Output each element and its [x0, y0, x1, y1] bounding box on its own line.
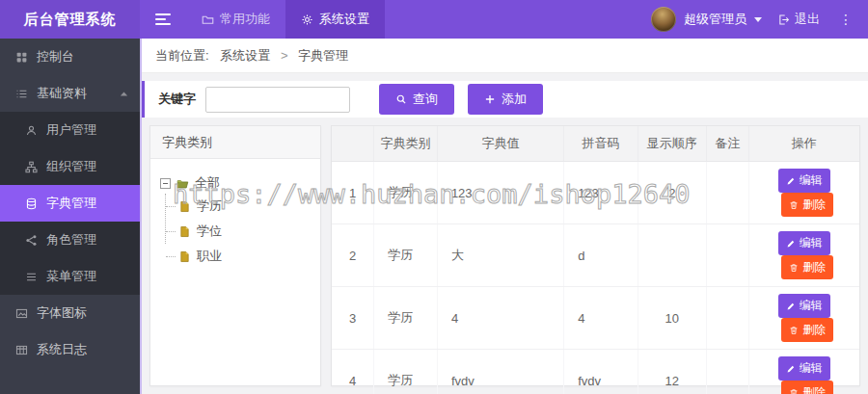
- logout-button[interactable]: 退出: [777, 11, 820, 28]
- nav-item-settings[interactable]: 系统设置: [285, 0, 385, 39]
- cell-category: 学历: [374, 162, 438, 224]
- sidebar-item-label: 组织管理: [46, 158, 96, 175]
- dictionary-table-panel: 字典类别 字典值 拼音码 显示顺序 备注 操作 1学历1231232编辑删除2学…: [331, 125, 860, 386]
- sidebar-item-label: 字体图标: [37, 304, 87, 322]
- tree-node-label: 学位: [197, 223, 222, 240]
- add-button[interactable]: 添加: [468, 84, 543, 115]
- sidebar-item-label: 菜单管理: [46, 268, 96, 285]
- cell-category: 学历: [374, 224, 438, 287]
- trash-icon: [789, 263, 799, 273]
- nav-item-label: 常用功能: [220, 11, 270, 28]
- cell-order: 10: [637, 287, 706, 350]
- cell-pinyin: 4: [564, 287, 638, 350]
- app-title: 后台管理系统: [0, 0, 140, 39]
- table-row: 1学历1231232编辑删除: [332, 162, 859, 224]
- row-index: 2: [332, 224, 374, 287]
- tree-collapse-icon[interactable]: [160, 178, 171, 189]
- pencil-icon: [786, 176, 796, 186]
- col-category: 字典类别: [374, 126, 438, 162]
- delete-button[interactable]: 删除: [781, 255, 833, 279]
- sidebar-item-label: 基础资料: [37, 85, 87, 102]
- cell-pinyin: d: [564, 224, 638, 287]
- sidebar-item-label: 角色管理: [46, 231, 96, 249]
- search-input[interactable]: [205, 87, 350, 113]
- log-icon: [15, 344, 28, 356]
- cell-order: 2: [637, 162, 706, 224]
- delete-button-label: 删除: [802, 259, 826, 276]
- avatar: [651, 7, 676, 32]
- cell-value: 4: [437, 287, 563, 350]
- sidebar-item-字体图标[interactable]: 字体图标: [0, 295, 140, 331]
- col-pinyin: 拼音码: [564, 126, 638, 162]
- keyword-label: 关键字: [158, 91, 196, 108]
- edit-button[interactable]: 编辑: [778, 169, 830, 193]
- sidebar-item-label: 用户管理: [46, 121, 96, 139]
- list-icon: [15, 88, 28, 100]
- edit-button[interactable]: 编辑: [778, 231, 830, 255]
- delete-button-label: 删除: [802, 384, 826, 394]
- sidebar-item-菜单管理[interactable]: 菜单管理: [0, 258, 140, 295]
- user-dropdown[interactable]: 超级管理员: [651, 7, 762, 32]
- edit-button[interactable]: 编辑: [778, 294, 830, 318]
- edit-button[interactable]: 编辑: [778, 356, 830, 381]
- sidebar-item-基础资料[interactable]: 基础资料: [0, 75, 140, 112]
- col-order: 显示顺序: [637, 126, 706, 162]
- add-button-label: 添加: [502, 91, 527, 108]
- sidebar-item-控制台[interactable]: 控制台: [0, 39, 140, 75]
- sidebar-item-字典管理[interactable]: 字典管理: [0, 185, 140, 222]
- col-actions: 操作: [748, 126, 859, 162]
- cell-category: 学历: [374, 287, 438, 350]
- query-button[interactable]: 查询: [379, 84, 454, 115]
- folder-open-icon: [176, 177, 189, 190]
- sidebar-toggle-icon[interactable]: [140, 0, 186, 39]
- cell-note: [706, 162, 748, 224]
- cell-order: 12: [637, 350, 706, 394]
- plus-icon: [484, 93, 496, 105]
- cell-actions: 编辑删除: [748, 287, 859, 350]
- tree-root-node[interactable]: 全部: [160, 174, 311, 192]
- cell-category: 学历: [374, 350, 438, 394]
- sidebar-item-系统日志[interactable]: 系统日志: [0, 331, 140, 368]
- trash-icon: [789, 200, 799, 210]
- header-right: 超级管理员 退出 ⋮: [651, 0, 868, 39]
- user-name: 超级管理员: [684, 11, 746, 28]
- cell-value: fvdv: [437, 350, 563, 394]
- sidebar-item-用户管理[interactable]: 用户管理: [0, 112, 140, 148]
- trash-icon: [789, 388, 799, 394]
- table-row: 3学历4410编辑删除: [332, 287, 859, 350]
- tree-panel-title: 字典类别: [150, 126, 320, 159]
- delete-button[interactable]: 删除: [781, 318, 833, 342]
- more-options-icon[interactable]: ⋮: [835, 12, 856, 27]
- dictionary-table: 字典类别 字典值 拼音码 显示顺序 备注 操作 1学历1231232编辑删除2学…: [332, 126, 859, 394]
- file-icon: [178, 225, 191, 238]
- col-index: [332, 126, 374, 162]
- tree-node-label: 学历: [197, 197, 222, 215]
- breadcrumb-section[interactable]: 系统设置: [220, 48, 270, 63]
- delete-button[interactable]: 删除: [781, 381, 833, 394]
- col-note: 备注: [706, 126, 748, 162]
- delete-button-label: 删除: [802, 197, 826, 213]
- cell-pinyin: 123: [564, 162, 638, 224]
- sidebar-filler: [0, 368, 140, 394]
- edit-button-label: 编辑: [800, 360, 823, 377]
- dashboard-icon: [15, 51, 28, 64]
- pencil-icon: [786, 364, 796, 374]
- sidebar-item-label: 控制台: [37, 48, 74, 66]
- nav-item-common[interactable]: 常用功能: [186, 0, 285, 39]
- search-icon: [395, 93, 407, 105]
- tree-node[interactable]: 学位: [166, 219, 311, 244]
- sidebar-item-label: 系统日志: [37, 341, 87, 358]
- user-icon: [25, 124, 38, 137]
- breadcrumb-prefix: 当前位置:: [155, 48, 209, 63]
- delete-button[interactable]: 删除: [781, 193, 833, 217]
- tree-node[interactable]: 学历: [166, 194, 311, 219]
- tree-node[interactable]: 职业: [165, 244, 311, 269]
- sidebar: 控制台基础资料用户管理组织管理字典管理角色管理菜单管理字体图标系统日志: [0, 39, 142, 394]
- sidebar-item-label: 字典管理: [46, 195, 96, 212]
- table-row: 4学历fvdvfvdv12编辑删除: [332, 350, 859, 394]
- sidebar-item-角色管理[interactable]: 角色管理: [0, 222, 140, 258]
- row-index: 1: [332, 162, 374, 224]
- cell-note: [706, 224, 748, 287]
- sidebar-menu: 控制台基础资料用户管理组织管理字典管理角色管理菜单管理字体图标系统日志: [0, 39, 140, 368]
- sidebar-item-组织管理[interactable]: 组织管理: [0, 148, 140, 185]
